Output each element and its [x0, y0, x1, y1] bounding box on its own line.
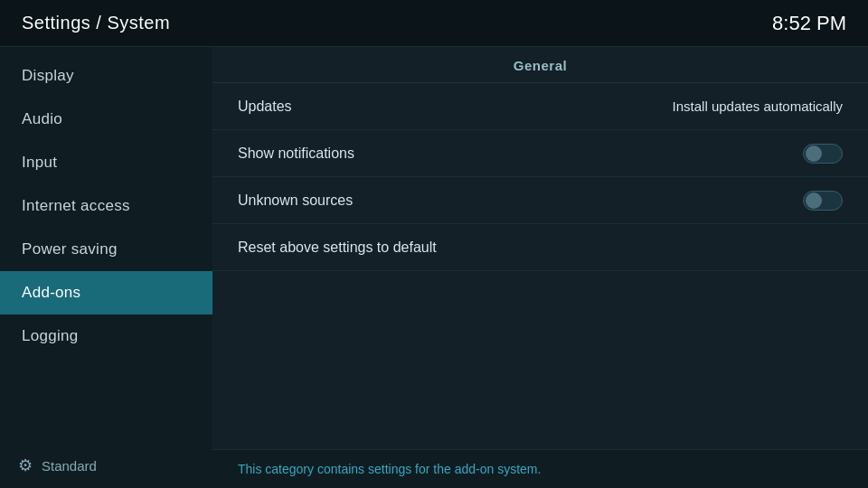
gear-icon: ⚙ — [18, 455, 33, 475]
sidebar-item-display[interactable]: Display — [0, 54, 212, 98]
sidebar-item-add-ons[interactable]: Add-ons — [0, 271, 212, 314]
show-notifications-label: Show notifications — [238, 145, 354, 162]
updates-label: Updates — [238, 99, 292, 115]
show-notifications-row[interactable]: Show notifications — [212, 130, 868, 177]
content-footer: This category contains settings for the … — [212, 449, 868, 488]
sidebar-nav: Display Audio Input Internet access Powe… — [0, 47, 212, 358]
updates-row[interactable]: Updates Install updates automatically — [212, 83, 868, 130]
sidebar-item-internet-access[interactable]: Internet access — [0, 184, 212, 228]
settings-panel: General Updates Install updates automati… — [212, 47, 868, 449]
unknown-sources-toggle[interactable] — [803, 191, 843, 211]
sidebar-item-audio[interactable]: Audio — [0, 98, 212, 141]
reset-label[interactable]: Reset above settings to default — [238, 239, 437, 256]
content-area: General Updates Install updates automati… — [212, 47, 868, 488]
clock-display: 8:52 PM — [772, 12, 846, 35]
section-header: General — [212, 47, 868, 83]
reset-row[interactable]: Reset above settings to default — [212, 224, 868, 271]
app-header: Settings / System 8:52 PM — [0, 0, 868, 47]
sidebar-item-logging[interactable]: Logging — [0, 314, 212, 358]
toggle-knob — [806, 145, 822, 162]
sidebar-footer: ⚙ Standard — [0, 443, 212, 488]
main-layout: Display Audio Input Internet access Powe… — [0, 47, 868, 488]
toggle-knob-2 — [806, 192, 822, 209]
footer-hint: This category contains settings for the … — [238, 462, 541, 476]
show-notifications-toggle[interactable] — [803, 144, 843, 164]
sidebar: Display Audio Input Internet access Powe… — [0, 47, 212, 488]
unknown-sources-row[interactable]: Unknown sources — [212, 177, 868, 224]
updates-value: Install updates automatically — [673, 99, 843, 114]
settings-level-label: Standard — [42, 458, 97, 474]
page-title: Settings / System — [22, 13, 170, 33]
unknown-sources-label: Unknown sources — [238, 192, 353, 209]
sidebar-item-power-saving[interactable]: Power saving — [0, 228, 212, 271]
sidebar-item-input[interactable]: Input — [0, 141, 212, 184]
